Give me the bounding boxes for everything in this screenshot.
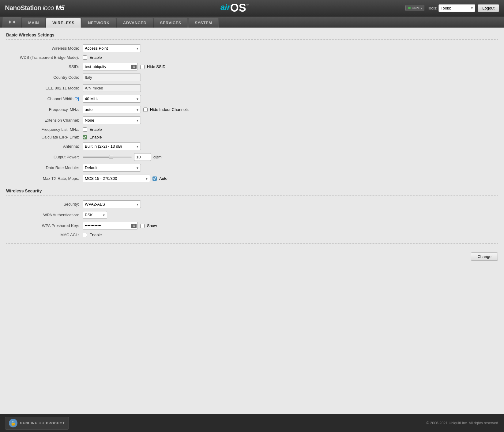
tab-advanced[interactable]: ADVANCED [117, 18, 153, 28]
hide-ssid-label: Hide SSID [147, 64, 166, 69]
wpa-key-input-wrapper [83, 222, 138, 229]
tab-network[interactable]: NETWORK [81, 18, 116, 28]
os-text: OS [230, 2, 246, 13]
basic-wireless-section: Basic Wireless Settings Wireless Mode: A… [6, 32, 498, 182]
ssid-input[interactable] [83, 63, 138, 70]
unms-label: UNMS [412, 6, 422, 10]
section-divider [6, 243, 498, 244]
output-power-control: dBm [83, 153, 162, 161]
extension-channel-select[interactable]: None Lower Upper [83, 116, 141, 124]
freq-list-checkbox[interactable] [83, 127, 87, 132]
ieee-mode-control: A/N mixed [83, 84, 141, 92]
data-rate-select[interactable]: Default Custom [83, 164, 141, 172]
wds-label: WDS (Transparent Bridge Mode): [6, 55, 83, 60]
mac-acl-control: Enable [83, 233, 102, 237]
tm-text: ™ [246, 4, 249, 7]
wireless-mode-control: Access Point Station Access Point WDS St… [83, 44, 141, 52]
freq-list-row: Frequency List, MHz: Enable [6, 127, 498, 132]
mac-acl-label: MAC ACL: [6, 233, 83, 237]
channel-width-select[interactable]: 20 MHz 40 MHz [83, 95, 141, 103]
tools-select[interactable]: Tools: Ping Traceroute Airview [438, 4, 475, 12]
wpa-auth-select[interactable]: PSK EAP [83, 211, 107, 219]
wireless-mode-label: Wireless Mode: [6, 46, 83, 51]
ieee-mode-row: IEEE 802.11 Mode: A/N mixed [6, 84, 498, 92]
extension-channel-row: Extension Channel: None Lower Upper [6, 116, 498, 124]
channel-width-control: 20 MHz 40 MHz [83, 95, 141, 103]
output-power-input[interactable] [134, 153, 151, 161]
max-tx-select[interactable]: MCS 15 - 270/300 MCS 14 - 243/270 MCS 13… [83, 175, 150, 182]
header-right: UNMS Tools: Tools: Ping Traceroute Airvi… [405, 4, 499, 12]
calc-eirp-enable-label: Enable [89, 135, 102, 139]
data-rate-control: Default Custom [83, 164, 141, 172]
frequency-select[interactable]: auto 5180 5200 5220 [83, 106, 141, 113]
extension-channel-control: None Lower Upper [83, 116, 141, 124]
unms-badge: UNMS [405, 5, 424, 11]
genuine-badge: 🔒 GENUINE ✦✦ PRODUCT [5, 417, 69, 430]
ssid-row: SSID: Hide SSID [6, 63, 498, 70]
ieee-mode-value: A/N mixed [83, 84, 141, 92]
output-power-row: Output Power: dBm [6, 153, 498, 161]
antenna-control: Built in (2x2) - 13 dBi [83, 142, 141, 150]
wireless-mode-select[interactable]: Access Point Station Access Point WDS St… [83, 44, 141, 52]
nav-bar: ✦✦ MAIN WIRELESS NETWORK ADVANCED SERVIC… [0, 17, 504, 28]
wpa-key-control: Show [83, 222, 157, 229]
extension-channel-label: Extension Channel: [6, 118, 83, 123]
max-tx-control: MCS 15 - 270/300 MCS 14 - 243/270 MCS 13… [83, 175, 167, 182]
ieee-mode-label: IEEE 802.11 Mode: [6, 86, 83, 90]
air-text: air [220, 2, 230, 12]
show-key-checkbox[interactable] [140, 224, 145, 228]
channel-width-help-link[interactable]: [?] [75, 97, 79, 101]
main-content: Basic Wireless Settings Wireless Mode: A… [0, 28, 504, 414]
unms-status-dot [408, 7, 411, 9]
basic-wireless-title: Basic Wireless Settings [6, 32, 498, 40]
wpa-key-input[interactable] [83, 222, 138, 229]
calc-eirp-control: Enable [83, 135, 102, 139]
auto-checkbox[interactable] [152, 176, 157, 181]
output-power-label: Output Power: [6, 155, 83, 159]
logo-area: NanoStation loco M5 [5, 4, 64, 12]
country-code-label: Country Code: [6, 75, 83, 80]
country-code-value: Italy [83, 74, 141, 81]
mac-acl-row: MAC ACL: Enable [6, 233, 498, 237]
output-power-slider-thumb[interactable] [109, 155, 113, 159]
tab-home[interactable]: ✦✦ [2, 17, 21, 28]
wpa-key-label: WPA Preshared Key: [6, 223, 83, 228]
calc-eirp-checkbox[interactable] [83, 135, 87, 139]
tab-services[interactable]: SERVICES [154, 18, 188, 28]
footer-bar: Change [6, 250, 498, 263]
wireless-security-section: Wireless Security Security: None WEP WPA… [6, 188, 498, 237]
antenna-label: Antenna: [6, 144, 83, 149]
freq-list-enable-label: Enable [89, 127, 102, 132]
tab-wireless[interactable]: WIRELESS [46, 18, 81, 28]
frequency-row: Frequency, MHz: auto 5180 5200 5220 Hide… [6, 106, 498, 113]
wds-checkbox[interactable] [83, 55, 87, 60]
output-power-slider-track[interactable] [83, 154, 132, 160]
show-key-label: Show [147, 223, 157, 228]
channel-width-row: Channel Width:[?] 20 MHz 40 MHz [6, 95, 498, 103]
country-code-row: Country Code: Italy [6, 74, 498, 81]
hide-ssid-checkbox[interactable] [140, 65, 145, 69]
tab-system[interactable]: SYSTEM [188, 18, 218, 28]
max-tx-label: Max TX Rate, Mbps: [6, 176, 83, 181]
wpa-key-picker-icon[interactable] [131, 224, 137, 228]
mac-acl-enable-label: Enable [89, 233, 102, 237]
header: NanoStation loco M5 air OS ™ UNMS Tools:… [0, 0, 504, 17]
wds-row: WDS (Transparent Bridge Mode): Enable [6, 55, 498, 60]
antenna-select[interactable]: Built in (2x2) - 13 dBi [83, 142, 141, 150]
wpa-auth-label: WPA Authentication: [6, 213, 83, 217]
genuine-icon: 🔒 [9, 419, 17, 427]
hide-indoor-checkbox[interactable] [143, 108, 148, 112]
mac-acl-checkbox[interactable] [83, 233, 87, 237]
change-button[interactable]: Change [471, 252, 498, 261]
calc-eirp-row: Calculate EIRP Limit: Enable [6, 135, 498, 139]
freq-list-control: Enable [83, 127, 102, 132]
hide-indoor-label: Hide Indoor Channels [150, 107, 189, 112]
ssid-picker-icon[interactable] [131, 65, 137, 69]
channel-width-label: Channel Width:[?] [6, 97, 83, 101]
tab-main[interactable]: MAIN [22, 18, 45, 28]
antenna-row: Antenna: Built in (2x2) - 13 dBi [6, 142, 498, 150]
airos-logo: air OS ™ [220, 2, 249, 13]
country-code-control: Italy [83, 74, 141, 81]
logout-button[interactable]: Logout [478, 4, 499, 12]
security-select[interactable]: None WEP WPA-AES WPA2-AES WPA-TKIP WPA2-… [83, 200, 141, 208]
